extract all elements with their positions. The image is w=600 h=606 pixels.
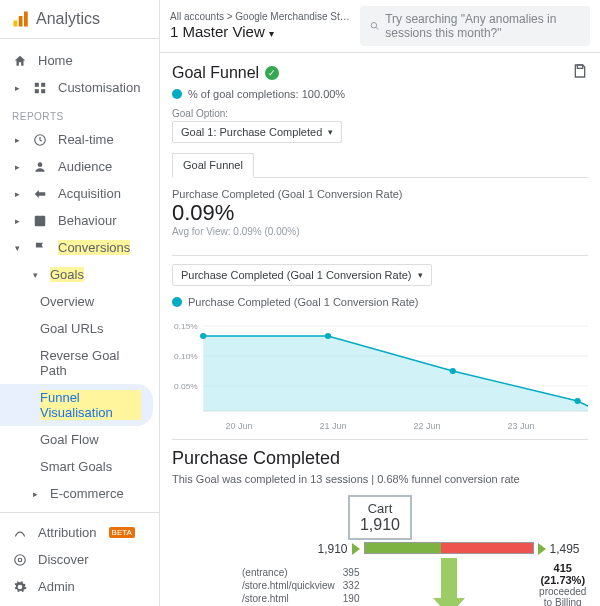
svg-text:0.15%: 0.15% xyxy=(174,322,198,331)
logo-text: Analytics xyxy=(36,10,100,28)
nav-label: Conversions xyxy=(58,240,130,255)
nav-label: Behaviour xyxy=(58,213,117,228)
nav-label: Acquisition xyxy=(58,186,121,201)
funnel-bar xyxy=(364,542,534,554)
nav-attribution[interactable]: Attribution BETA xyxy=(0,519,159,546)
svg-point-21 xyxy=(200,333,206,339)
nav-discover[interactable]: Discover xyxy=(0,546,159,573)
legend-dot xyxy=(172,297,182,307)
nav-smart-goals[interactable]: Smart Goals xyxy=(0,453,159,480)
entrance-table: (entrance)395 /store.html/quickview332 /… xyxy=(172,566,360,606)
gear-icon xyxy=(12,580,28,594)
analytics-logo-icon xyxy=(12,10,30,28)
tab-goal-funnel[interactable]: Goal Funnel xyxy=(172,153,254,178)
nav-label: Smart Goals xyxy=(40,459,112,474)
nav-audience[interactable]: ▸ Audience xyxy=(0,153,159,180)
nav-label: E-commerce xyxy=(50,486,124,501)
chevron-right-icon: ▸ xyxy=(12,162,22,172)
chart-metric-select[interactable]: Purchase Completed (Goal 1 Conversion Ra… xyxy=(172,264,432,286)
discover-icon xyxy=(12,553,28,567)
x-tick: 23 Jun xyxy=(507,421,534,431)
nav-label: Audience xyxy=(58,159,112,174)
step-title: Cart xyxy=(360,501,400,516)
metric-value: 0.09% xyxy=(172,200,588,226)
proceed-text: 415 (21.73%) proceeded to Billing and Sh… xyxy=(538,562,589,606)
nav-overview[interactable]: Overview xyxy=(0,288,159,315)
svg-point-22 xyxy=(325,333,331,339)
nav-label: Discover xyxy=(38,552,89,567)
svg-rect-0 xyxy=(14,21,18,27)
pct-goal-completions: % of goal completions: 100.00% xyxy=(188,88,345,100)
save-icon[interactable] xyxy=(572,63,588,82)
search-input[interactable]: Try searching "Any anomalies in sessions… xyxy=(360,6,590,46)
nav-goal-flow[interactable]: Goal Flow xyxy=(0,426,159,453)
acquisition-icon xyxy=(32,187,48,201)
nav-home[interactable]: Home xyxy=(0,47,159,74)
nav-label: Goal URLs xyxy=(40,321,104,336)
beta-badge: BETA xyxy=(109,527,135,538)
goal-option-label: Goal Option: xyxy=(172,108,588,119)
page-title: Goal Funnel xyxy=(172,64,259,82)
funnel-step-cart: Cart 1,910 xyxy=(172,495,588,542)
svg-rect-3 xyxy=(35,82,39,86)
search-icon xyxy=(370,19,379,33)
svg-rect-6 xyxy=(41,89,45,93)
nav-admin[interactable]: Admin xyxy=(0,573,159,600)
nav-label: Funnel Visualisation xyxy=(40,390,141,420)
chevron-down-icon: ▾ xyxy=(328,127,333,137)
view-selector[interactable]: 1 Master View ▾ xyxy=(170,23,350,41)
chevron-right-icon: ▸ xyxy=(30,489,40,499)
breadcrumb[interactable]: All accounts > Google Merchandise St… xyxy=(170,11,350,23)
line-chart: 0.15% 0.10% 0.05% 20 Jun 21 Jun 22 Jun 2… xyxy=(172,316,588,431)
svg-point-10 xyxy=(18,558,22,562)
x-tick: 22 Jun xyxy=(413,421,440,431)
section-subtext: This Goal was completed in 13 sessions |… xyxy=(172,473,588,485)
nav-ecommerce[interactable]: ▸ E-commerce xyxy=(0,480,159,507)
goal-option-select[interactable]: Goal 1: Purchase Completed ▾ xyxy=(172,121,342,143)
svg-rect-5 xyxy=(35,89,39,93)
nav-label: Real-time xyxy=(58,132,114,147)
search-placeholder: Try searching "Any anomalies in sessions… xyxy=(385,12,580,40)
chevron-right-icon: ▸ xyxy=(12,189,22,199)
nav-behaviour[interactable]: ▸ Behaviour xyxy=(0,207,159,234)
svg-rect-4 xyxy=(41,82,45,86)
nav-customisation[interactable]: ▸ Customisation xyxy=(0,74,159,101)
x-tick: 21 Jun xyxy=(319,421,346,431)
funnel-in-value: 1,910 xyxy=(317,542,347,556)
attribution-icon xyxy=(12,526,28,540)
chevron-down-icon: ▾ xyxy=(269,28,274,39)
section-title: Purchase Completed xyxy=(172,448,588,469)
nav-goal-urls[interactable]: Goal URLs xyxy=(0,315,159,342)
arrow-right-icon xyxy=(538,543,546,555)
chart-legend: Purchase Completed (Goal 1 Conversion Ra… xyxy=(188,296,419,308)
svg-rect-13 xyxy=(577,65,582,68)
svg-rect-1 xyxy=(19,16,23,27)
nav-label: Goal Flow xyxy=(40,432,99,447)
x-tick: 20 Jun xyxy=(225,421,252,431)
nav-funnel-visualisation[interactable]: Funnel Visualisation xyxy=(0,384,153,426)
svg-point-12 xyxy=(371,22,376,27)
chevron-right-icon: ▸ xyxy=(12,216,22,226)
svg-point-8 xyxy=(38,162,43,167)
nav-label: Overview xyxy=(40,294,94,309)
nav-conversions[interactable]: ▾ Conversions xyxy=(0,234,159,261)
chevron-right-icon: ▸ xyxy=(12,135,22,145)
nav-label: Goals xyxy=(50,267,84,282)
nav-goals[interactable]: ▾ Goals xyxy=(0,261,159,288)
flag-icon xyxy=(32,241,48,255)
nav-realtime[interactable]: ▸ Real-time xyxy=(0,126,159,153)
home-icon xyxy=(12,54,28,68)
verified-icon: ✓ xyxy=(265,66,279,80)
nav-acquisition[interactable]: ▸ Acquisition xyxy=(0,180,159,207)
logo: Analytics xyxy=(0,0,159,39)
behaviour-icon xyxy=(32,214,48,228)
nav-label: Customisation xyxy=(58,80,140,95)
nav-reverse-goal-path[interactable]: Reverse Goal Path xyxy=(0,342,159,384)
svg-rect-9 xyxy=(35,215,46,226)
dashboard-icon xyxy=(32,81,48,95)
chevron-down-icon: ▾ xyxy=(30,270,40,280)
metric-label: Purchase Completed (Goal 1 Conversion Ra… xyxy=(172,188,588,200)
svg-text:0.05%: 0.05% xyxy=(174,382,198,391)
svg-point-23 xyxy=(450,368,456,374)
metric-avg: Avg for View: 0.09% (0.00%) xyxy=(172,226,588,237)
